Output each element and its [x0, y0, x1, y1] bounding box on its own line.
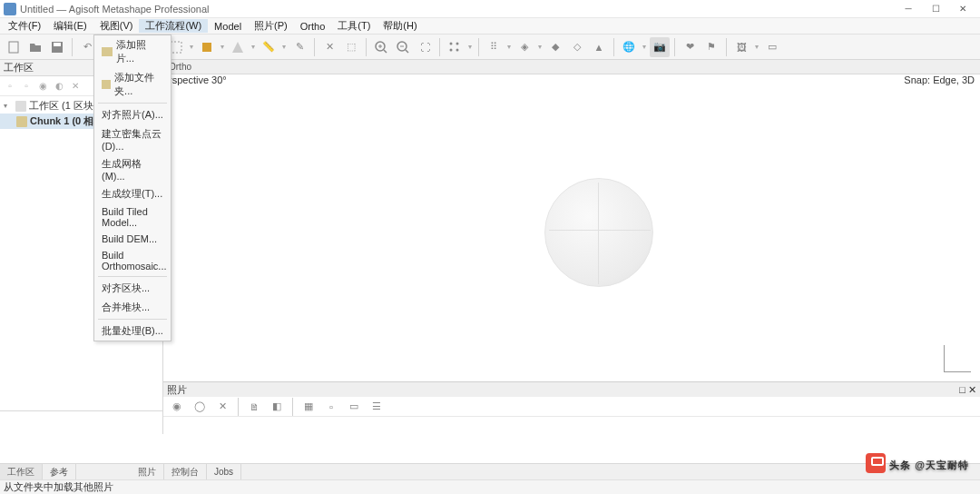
viewport-right-info: Snap: Edge, 3D — [904, 74, 975, 87]
workflow-dropdown: 添加照片... 添加文件夹... 对齐照片(A)... 建立密集点云(D)...… — [93, 35, 172, 341]
trackball-sphere[interactable] — [544, 178, 653, 287]
mesh-button[interactable]: ◈ — [514, 37, 534, 57]
ph-remove-button[interactable]: ✕ — [212, 397, 232, 417]
tab-photos[interactable]: 照片 — [131, 464, 164, 479]
dropdown-icon[interactable]: ▾ — [188, 43, 195, 51]
zoom-out-button[interactable] — [393, 37, 413, 57]
close-button[interactable]: ✕ — [949, 1, 976, 17]
menu-workflow[interactable]: 工作流程(W) — [139, 19, 208, 33]
app-icon — [4, 3, 16, 15]
dropdown-icon[interactable]: ▾ — [280, 43, 288, 51]
dropdown-icon[interactable]: ▾ — [250, 43, 257, 51]
photo-icon — [102, 47, 113, 56]
dropdown-icon[interactable]: ▾ — [753, 43, 760, 51]
dd-add-folder[interactable]: 添加文件夹... — [94, 68, 171, 101]
open-button[interactable] — [25, 37, 45, 57]
dropdown-icon[interactable]: ▾ — [641, 43, 648, 51]
delete-button[interactable]: ✕ — [319, 37, 339, 57]
dd-merge-chunks: 合并堆块... — [94, 298, 171, 317]
fit-button[interactable]: ⛶ — [415, 37, 435, 57]
photos-controls[interactable]: □ ✕ — [959, 384, 976, 396]
svg-point-15 — [450, 48, 453, 51]
dd-add-photos[interactable]: 添加照片... — [94, 35, 171, 68]
dd-build-tiled: Build Tiled Model... — [94, 203, 171, 231]
ph-disable-button[interactable]: ◯ — [190, 397, 210, 417]
save-button[interactable] — [47, 37, 67, 57]
markers-button[interactable]: ❤ — [680, 37, 700, 57]
photos-title: 照片 — [167, 383, 187, 397]
menu-model[interactable]: Model — [208, 21, 248, 32]
folder-icon — [102, 80, 111, 89]
points-button[interactable] — [445, 37, 465, 57]
tab-console[interactable]: 控制台 — [164, 464, 207, 479]
photos-toolbar: ◉ ◯ ✕ 🗎 ◧ ▦ ▫ ▭ ☰ — [163, 397, 980, 417]
ph-masks-button[interactable]: ◧ — [267, 397, 287, 417]
menu-help[interactable]: 帮助(H) — [377, 19, 423, 33]
maximize-button[interactable]: ☐ — [922, 1, 949, 17]
menu-tools[interactable]: 工具(T) — [331, 19, 377, 33]
dd-build-dense: 建立密集点云(D)... — [94, 124, 171, 154]
new-button[interactable] — [4, 37, 24, 57]
chunk-icon — [16, 116, 27, 127]
svg-rect-0 — [9, 42, 18, 53]
shaded-button[interactable]: ◇ — [567, 37, 587, 57]
globe-button[interactable]: 🌐 — [619, 37, 639, 57]
zoom-in-button[interactable] — [371, 37, 391, 57]
ph-details-button[interactable]: 🗎 — [244, 397, 264, 417]
viewport-tab[interactable]: Ortho — [163, 60, 980, 74]
svg-marker-5 — [232, 42, 243, 53]
menu-photo[interactable]: 照片(P) — [248, 19, 294, 33]
crop-button[interactable]: ⬚ — [341, 37, 361, 57]
svg-rect-4 — [202, 43, 211, 52]
menu-ortho[interactable]: Ortho — [294, 21, 332, 32]
watermark: 头条 @天宝耐特 — [866, 449, 969, 474]
ph-large-button[interactable]: ▭ — [344, 397, 364, 417]
camera-button[interactable]: 📷 — [650, 37, 670, 57]
ph-small-button[interactable]: ▫ — [321, 397, 341, 417]
solid-button[interactable]: ◆ — [545, 37, 565, 57]
ws-add2-button[interactable]: ▫ — [18, 78, 34, 94]
ws-remove-button[interactable]: ✕ — [67, 78, 83, 94]
photos-panel: 照片 □ ✕ ◉ ◯ ✕ 🗎 ◧ ▦ ▫ ▭ ☰ — [163, 381, 980, 434]
titlebar: Untitled — Agisoft Metashape Professiona… — [0, 0, 980, 18]
dropdown-icon[interactable]: ▾ — [466, 43, 474, 51]
ruler-button[interactable]: 📏 — [259, 37, 279, 57]
ws-enable-button[interactable]: ◐ — [51, 78, 67, 94]
svg-point-13 — [450, 42, 453, 44]
transform-button[interactable] — [228, 37, 248, 57]
dropdown-icon[interactable]: ▾ — [536, 43, 544, 51]
panel-spacer — [0, 410, 162, 434]
viewport-canvas[interactable] — [163, 87, 980, 381]
dd-batch-process[interactable]: 批量处理(B)... — [94, 321, 171, 341]
menu-view[interactable]: 视图(V) — [93, 19, 140, 33]
axis-gizmo — [944, 345, 971, 372]
status-text: 从文件夹中加载其他照片 — [4, 480, 113, 494]
menu-file[interactable]: 文件(F) — [2, 19, 47, 33]
viewport-info: rspective 30° Snap: Edge, 3D — [163, 74, 980, 87]
flag-button[interactable]: ⚑ — [701, 37, 721, 57]
dense-cloud-button[interactable]: ⠿ — [484, 37, 504, 57]
tab-reference[interactable]: 参考 — [43, 464, 76, 479]
stack-button[interactable]: ▭ — [762, 37, 782, 57]
tab-jobs[interactable]: Jobs — [207, 464, 241, 479]
ws-toggle-button[interactable]: ◉ — [34, 78, 51, 94]
svg-point-16 — [456, 48, 459, 51]
ph-enable-button[interactable]: ◉ — [167, 397, 187, 417]
status-bar: 从文件夹中加载其他照片 — [0, 479, 980, 494]
dd-build-dem: Build DEM... — [94, 231, 171, 247]
ph-icons-button[interactable]: ▦ — [299, 397, 318, 417]
move-region-button[interactable] — [197, 37, 217, 57]
draw-button[interactable]: ✎ — [289, 37, 309, 57]
minimize-button[interactable]: ─ — [895, 1, 922, 17]
ws-add-button[interactable]: ▫ — [2, 78, 18, 94]
wireframe-button[interactable]: ▲ — [589, 37, 609, 57]
image-button[interactable]: 🖼 — [731, 37, 751, 57]
ph-list-button[interactable]: ☰ — [367, 397, 387, 417]
svg-point-14 — [456, 42, 459, 44]
menu-edit[interactable]: 编辑(E) — [47, 19, 93, 33]
expand-icon[interactable]: ▾ — [4, 102, 13, 110]
dd-separator — [98, 276, 167, 277]
tab-workspace[interactable]: 工作区 — [0, 464, 43, 479]
dropdown-icon[interactable]: ▾ — [505, 43, 513, 51]
dropdown-icon[interactable]: ▾ — [219, 43, 226, 51]
